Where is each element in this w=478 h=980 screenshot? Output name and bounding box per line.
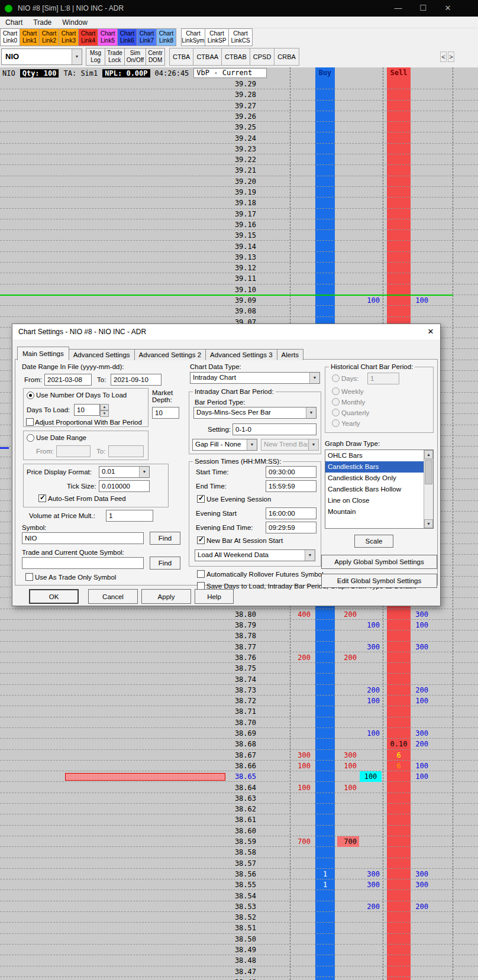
chevron-down-icon[interactable]: ▼: [72, 49, 82, 64]
new-bar-session-checkbox[interactable]: [197, 536, 205, 544]
ladder-row-38.68[interactable]: 38.680.10200: [0, 739, 478, 749]
ladder-row-39.14[interactable]: 39.14: [0, 241, 478, 252]
adjust-proportional-checkbox[interactable]: [26, 418, 34, 426]
ladder-row-38.71[interactable]: 38.71: [0, 706, 478, 717]
dialog-close-icon[interactable]: ✕: [424, 326, 438, 338]
scroll-thumb[interactable]: [425, 460, 432, 484]
ladder-row-39.28[interactable]: 39.28: [0, 89, 478, 100]
use-date-range-radio[interactable]: [27, 434, 34, 442]
find-trade-symbol-button[interactable]: Find: [150, 557, 180, 570]
graph-draw-type-option[interactable]: Candlestick Body Only: [325, 473, 424, 484]
sell-column-header[interactable]: Sell: [387, 67, 411, 79]
ladder-row-38.50[interactable]: 38.50: [0, 934, 478, 945]
chart-link-button-linksp[interactable]: ChartLinkSP: [205, 28, 229, 46]
chart-link-button-link8[interactable]: ChartLink8: [156, 28, 176, 46]
ladder-row-39.08[interactable]: 39.08: [0, 306, 478, 316]
setting-input[interactable]: [232, 423, 316, 435]
ladder-row-38.55[interactable]: 38.551300300: [0, 879, 478, 890]
close-button[interactable]: ✕: [435, 0, 460, 17]
ladder-row-39.20[interactable]: 39.20: [0, 176, 478, 187]
ladder-row-38.64[interactable]: 38.64100100: [0, 782, 478, 793]
ladder-row-38.56[interactable]: 38.561300300: [0, 869, 478, 879]
ladder-row-38.72[interactable]: 38.72100100: [0, 696, 478, 706]
ladder-row-38.54[interactable]: 38.54: [0, 891, 478, 901]
evening-session-checkbox[interactable]: [197, 495, 205, 503]
ladder-row-38.51[interactable]: 38.51: [0, 923, 478, 933]
trade-lock-button[interactable]: TradeLock: [105, 48, 125, 66]
start-time-input[interactable]: [266, 466, 316, 478]
ladder-row-39.16[interactable]: 39.16: [0, 219, 478, 230]
ladder-row-38.80[interactable]: 38.80400200300: [0, 609, 478, 620]
auto-set-checkbox[interactable]: [38, 494, 46, 502]
ladder-row-38.67[interactable]: 38.673003006: [0, 750, 478, 761]
help-button[interactable]: Help: [195, 589, 234, 604]
market-depth-input[interactable]: [152, 407, 179, 419]
hist-days-input[interactable]: [367, 373, 399, 384]
graph-draw-type-option[interactable]: Line on Close: [325, 495, 424, 506]
ladder-row-38.52[interactable]: 38.52: [0, 912, 478, 923]
menu-window[interactable]: Window: [57, 18, 93, 27]
evening-start-input[interactable]: [266, 507, 316, 519]
ladder-row-38.78[interactable]: 38.78: [0, 630, 478, 641]
tab-advanced-settings-2[interactable]: Advanced Settings 2: [134, 349, 206, 360]
find-symbol-button[interactable]: Find: [150, 532, 180, 545]
toolbar-tab-crba[interactable]: CRBA: [274, 48, 299, 66]
evening-end-input[interactable]: [266, 522, 316, 533]
ladder-row-39.24[interactable]: 39.24: [0, 133, 478, 144]
chart-link-button-link1[interactable]: ChartLink1: [20, 28, 40, 46]
symbol-combobox[interactable]: NIO ▼: [1, 48, 82, 65]
scale-button[interactable]: Scale: [354, 535, 393, 548]
scroll-right-button[interactable]: >: [448, 51, 454, 62]
chart-link-button-link4[interactable]: ChartLink4: [78, 28, 98, 46]
window-titlebar[interactable]: NIO #8 [Sim] L:8 | NIO INC - ADR — ☐ ✕: [0, 0, 478, 17]
range-to-input[interactable]: [108, 445, 144, 457]
graph-draw-type-option[interactable]: Mountain: [325, 506, 424, 518]
spin-down-icon[interactable]: ▼: [100, 410, 109, 417]
chart-link-button-link2[interactable]: ChartLink2: [39, 28, 59, 46]
ladder-row-38.53[interactable]: 38.53200200: [0, 901, 478, 912]
ladder-row-39.12[interactable]: 39.12: [0, 263, 478, 273]
ladder-row-39.13[interactable]: 39.13: [0, 252, 478, 263]
spin-up-icon[interactable]: ▲: [100, 404, 109, 410]
rollover-checkbox[interactable]: [197, 570, 205, 578]
apply-button[interactable]: Apply: [141, 589, 191, 604]
ladder-row-39.15[interactable]: 39.15: [0, 230, 478, 241]
volume-mult-input[interactable]: [106, 510, 153, 522]
ladder-row-39.29[interactable]: 39.29: [0, 79, 478, 89]
ladder-row-38.48[interactable]: 38.48: [0, 955, 478, 966]
minimize-button[interactable]: —: [386, 0, 411, 17]
days-to-load-spinner[interactable]: ▲▼: [100, 404, 109, 416]
monthly-radio[interactable]: [332, 398, 340, 406]
ok-button[interactable]: OK: [29, 589, 79, 604]
menu-chart[interactable]: Chart: [0, 18, 28, 27]
ladder-row-38.49[interactable]: 38.49: [0, 945, 478, 955]
price-display-format-select[interactable]: 0.01▼: [99, 466, 150, 478]
tab-alerts[interactable]: Alerts: [277, 349, 303, 360]
days-to-load-input[interactable]: [74, 404, 100, 416]
graph-draw-type-option[interactable]: OHLC Bars: [325, 450, 424, 461]
buy-column-header[interactable]: Buy: [315, 67, 335, 79]
graph-draw-type-listbox[interactable]: OHLC BarsCandlestick BarsCandlestick Bod…: [325, 449, 434, 529]
ladder-row-38.59[interactable]: 38.59700700: [0, 836, 478, 847]
scroll-left-button[interactable]: <: [440, 51, 447, 62]
apply-global-settings-button[interactable]: Apply Global Symbol Settings: [321, 555, 437, 569]
sim-on-off-button[interactable]: SimOn/Off: [124, 48, 146, 66]
scroll-up-icon[interactable]: ▲: [424, 450, 433, 459]
date-to-input[interactable]: [111, 374, 162, 386]
menu-trade[interactable]: Trade: [28, 18, 57, 27]
ladder-row-38.74[interactable]: 38.74: [0, 674, 478, 685]
ladder-row-39.23[interactable]: 39.23: [0, 144, 478, 154]
ladder-row-39.21[interactable]: 39.21: [0, 165, 478, 176]
ladder-row-39.27[interactable]: 39.27: [0, 101, 478, 111]
ladder-row-38.57[interactable]: 38.57: [0, 858, 478, 869]
use-days-radio[interactable]: [27, 392, 34, 399]
ladder-row-38.76[interactable]: 38.76200200: [0, 652, 478, 663]
chart-link-button-linksym[interactable]: ChartLinkSym: [181, 28, 205, 46]
yearly-radio[interactable]: [332, 419, 340, 427]
ladder-row-39.25[interactable]: 39.25: [0, 122, 478, 132]
listbox-scrollbar[interactable]: ▲ ▼: [424, 450, 433, 528]
gap-fill-select[interactable]: Gap Fill - None▼: [192, 439, 257, 451]
quarterly-radio[interactable]: [332, 409, 340, 416]
scroll-down-icon[interactable]: ▼: [424, 519, 433, 528]
toolbar-tab-ctba[interactable]: CTBA: [169, 48, 193, 66]
